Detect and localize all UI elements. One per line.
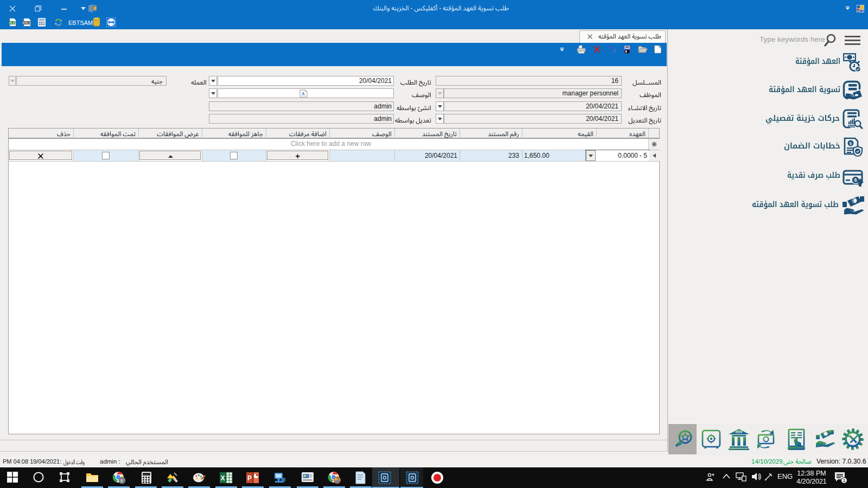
svg-text:1: 1 — [843, 478, 845, 483]
svg-text:BANK: BANK — [736, 431, 742, 433]
svg-text:$: $ — [854, 177, 857, 183]
svg-text:DOCX: DOCX — [23, 21, 31, 24]
svg-text:$: $ — [850, 141, 852, 146]
svg-text:A: A — [301, 91, 305, 97]
svg-text:X: X — [220, 474, 225, 482]
svg-text:XLS: XLS — [9, 21, 15, 24]
svg-text:E: E — [120, 478, 123, 483]
svg-text:P: P — [247, 474, 252, 482]
